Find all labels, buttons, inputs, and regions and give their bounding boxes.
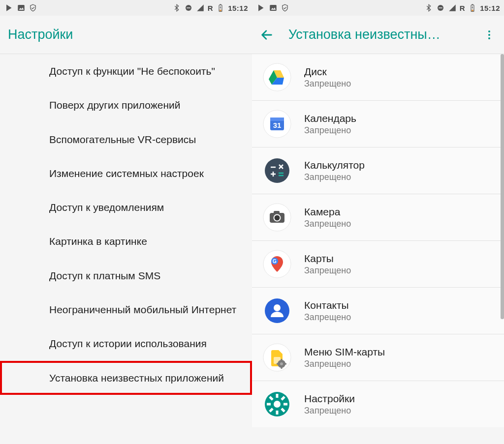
setting-label: Доступ к истории использования (49, 338, 207, 349)
page-title: Настройки (8, 27, 244, 42)
app-status: Запрещено (304, 79, 351, 89)
svg-rect-36 (274, 211, 280, 214)
play-store-icon (5, 3, 14, 12)
camera-icon (263, 203, 291, 232)
svg-point-38 (275, 215, 280, 221)
setting-usage-access[interactable]: Доступ к истории использования (0, 326, 252, 360)
app-drive[interactable]: Диск Запрещено (252, 54, 504, 101)
app-status: Запрещено (304, 172, 365, 182)
roaming-indicator: R (208, 4, 213, 12)
svg-rect-12 (472, 4, 473, 5)
app-calculator[interactable]: Калькулятор Запрещено (252, 148, 504, 194)
cell-signal-icon (196, 3, 205, 12)
setting-unrestricted-data[interactable]: Неограниченный мобильный Интернет (0, 293, 252, 326)
app-name: Контакты (304, 299, 351, 312)
bluetooth-icon (172, 3, 181, 12)
calendar-icon: 31 (263, 110, 291, 138)
more-button[interactable] (482, 29, 496, 41)
settings-icon (263, 390, 291, 418)
setting-vr-services[interactable]: Вспомогательные VR-сервисы (0, 122, 252, 156)
app-name: Карты (304, 252, 351, 265)
setting-premium-sms[interactable]: Доступ к платным SMS (0, 259, 252, 293)
page-title: Установка неизвестны… (288, 27, 476, 42)
svg-point-16 (488, 37, 490, 39)
app-contacts[interactable]: Контакты Запрещено (252, 288, 504, 334)
shield-icon (281, 3, 289, 12)
svg-point-26 (265, 158, 289, 183)
app-name: Диск (304, 65, 351, 78)
setting-notification-access[interactable]: Доступ к уведомлениям (0, 190, 252, 224)
setting-label: Установка неизвестных приложений (49, 372, 224, 384)
app-status: Запрещено (304, 125, 356, 136)
svg-text:31: 31 (273, 121, 282, 129)
svg-rect-10 (439, 7, 442, 8)
setting-modify-system[interactable]: Изменение системных настроек (0, 156, 252, 190)
svg-rect-6 (220, 10, 221, 11)
roaming-indicator: R (460, 4, 465, 12)
setting-dnd-access[interactable]: Доступ к функции "Не беспокоить" (0, 54, 252, 88)
cell-signal-icon (448, 3, 457, 12)
sim-icon (263, 343, 291, 372)
setting-label: Вспомогательные VR-сервисы (49, 134, 196, 145)
setting-label: Поверх других приложений (49, 99, 181, 111)
app-maps[interactable]: G Карты Запрещено (252, 241, 504, 288)
shield-icon (29, 3, 37, 12)
app-name: Настройки (304, 392, 355, 405)
setting-label: Неограниченный мобильный Интернет (49, 304, 236, 315)
app-status: Запрещено (304, 219, 351, 229)
svg-rect-7 (270, 5, 277, 11)
setting-label: Изменение системных настроек (49, 168, 204, 179)
app-status: Запрещено (304, 406, 355, 416)
setting-label: Доступ к функции "Не беспокоить" (49, 65, 215, 77)
setting-pip[interactable]: Картинка в картинке (0, 224, 252, 258)
image-icon (269, 3, 278, 12)
bluetooth-icon (424, 3, 433, 12)
svg-point-15 (488, 34, 490, 36)
play-store-icon (257, 3, 266, 12)
contacts-icon (263, 296, 291, 325)
svg-point-49 (274, 401, 281, 408)
app-name: Калькулятор (304, 159, 365, 172)
scrollbar[interactable] (501, 54, 504, 319)
app-settings[interactable]: Настройки Запрещено (252, 381, 504, 427)
app-list: Диск Запрещено 31 Календарь Запрещено Ка… (252, 54, 504, 444)
svg-point-47 (280, 362, 283, 365)
app-bar-settings: Настройки (0, 16, 252, 54)
app-calendar[interactable]: 31 Календарь Запрещено (252, 101, 504, 148)
svg-point-14 (488, 30, 490, 32)
battery-icon (216, 3, 225, 12)
app-status: Запрещено (304, 312, 351, 323)
status-bar: R 15:12 (0, 0, 252, 16)
calculator-icon (263, 156, 291, 185)
status-bar: R 15:12 (252, 0, 504, 16)
svg-point-43 (274, 304, 281, 311)
dnd-icon (184, 3, 193, 12)
setting-install-unknown[interactable]: Установка неизвестных приложений (0, 361, 252, 395)
settings-list: Доступ к функции "Не беспокоить" Поверх … (0, 54, 252, 444)
drive-icon (263, 63, 291, 91)
app-status: Запрещено (304, 266, 351, 276)
svg-rect-24 (270, 118, 284, 121)
back-button[interactable] (260, 28, 282, 42)
dnd-icon (436, 3, 445, 12)
clock: 15:12 (228, 4, 248, 12)
app-name: Камера (304, 206, 351, 218)
setting-label: Картинка в картинке (49, 236, 147, 247)
svg-rect-3 (187, 7, 190, 8)
maps-icon: G (263, 250, 291, 278)
image-icon (17, 3, 26, 12)
svg-rect-5 (220, 4, 221, 5)
app-name: Меню SIM-карты (304, 346, 385, 358)
setting-label: Доступ к уведомлениям (49, 202, 164, 213)
svg-text:G: G (273, 259, 277, 264)
battery-icon (468, 3, 477, 12)
app-name: Календарь (304, 112, 356, 125)
phone-right: R 15:12 Установка неизвестны… Диск Запре… (252, 0, 504, 444)
app-sim-menu[interactable]: Меню SIM-карты Запрещено (252, 334, 504, 381)
app-camera[interactable]: Камера Запрещено (252, 194, 504, 241)
setting-label: Доступ к платным SMS (49, 270, 160, 281)
app-status: Запрещено (304, 359, 385, 369)
clock: 15:12 (480, 4, 500, 12)
setting-overlay[interactable]: Поверх других приложений (0, 88, 252, 122)
svg-rect-0 (18, 5, 25, 11)
